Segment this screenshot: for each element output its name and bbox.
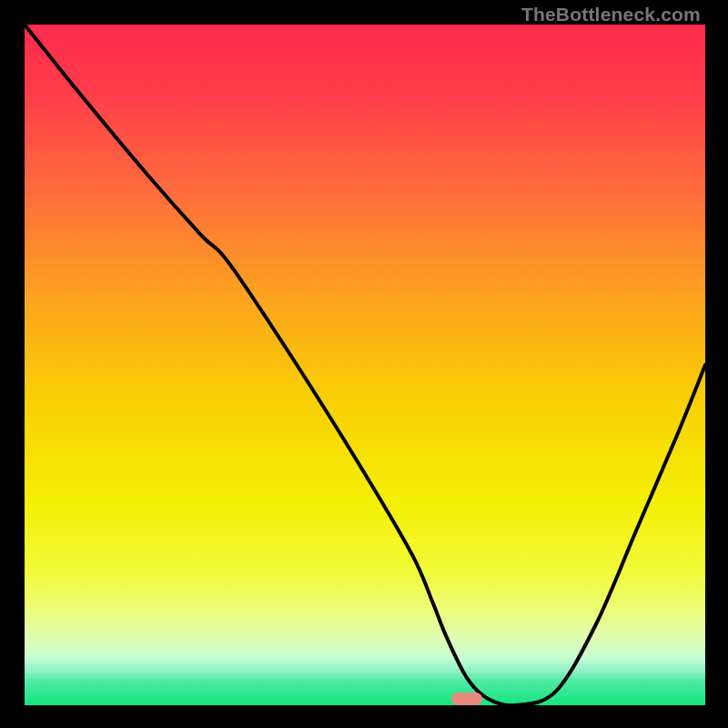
optimum-marker	[451, 693, 482, 705]
plot-area	[25, 25, 705, 705]
outer-frame: TheBottleneck.com	[0, 0, 728, 728]
bottleneck-curve	[25, 25, 705, 705]
watermark-text: TheBottleneck.com	[521, 4, 701, 25]
